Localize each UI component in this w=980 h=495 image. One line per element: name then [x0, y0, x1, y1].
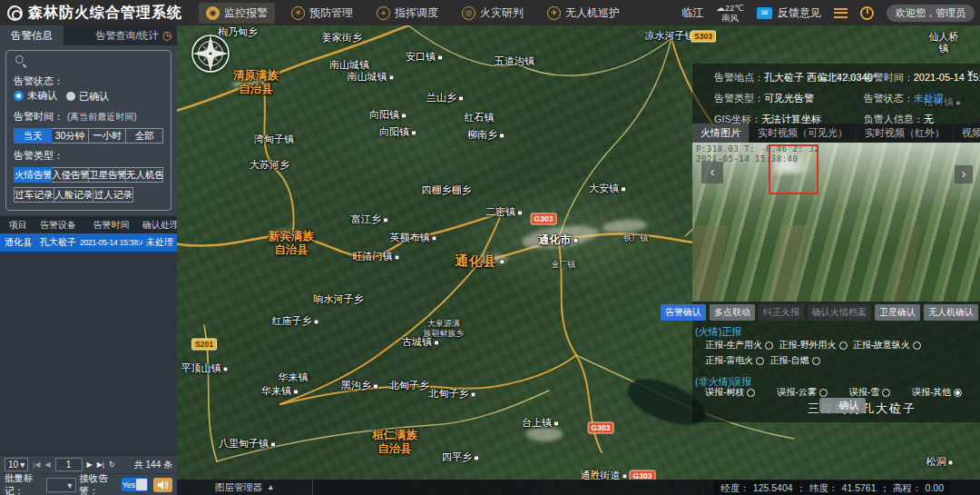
- table-row[interactable]: 通化县孔大砬子2021-05-14 15:38:43未处理: [0, 233, 177, 252]
- positive-option-4[interactable]: 正报-自燃: [769, 354, 819, 367]
- action-button-3[interactable]: 确认火情档案: [808, 304, 871, 321]
- first-page-button[interactable]: |◀: [33, 460, 40, 469]
- lat-label: 纬度：: [809, 480, 838, 495]
- temperature: 22℃: [725, 3, 744, 13]
- alarm-location-value: 孔大砬子 西偏北42.0340°: [764, 72, 877, 83]
- detail-tab-3[interactable]: 视频录像: [954, 124, 980, 143]
- topbar-nav-1[interactable]: ✳预防管理: [284, 3, 360, 24]
- power-icon[interactable]: [860, 6, 874, 20]
- positive-group-title: (火情)正报: [695, 325, 741, 339]
- lat-value: 41.5761: [842, 480, 877, 495]
- page-number-input[interactable]: 1: [55, 458, 83, 471]
- receive-toggle[interactable]: Yes: [122, 478, 148, 491]
- option-label: 误报-其他: [912, 386, 951, 399]
- action-button-0[interactable]: 告警确认: [661, 304, 706, 321]
- action-button-1[interactable]: 多点联动: [710, 304, 755, 321]
- tab-alarm-query[interactable]: 告警查询/统计 ◷: [90, 25, 177, 45]
- option-label: 误报-树枝: [705, 386, 744, 399]
- detail-tab-0[interactable]: 火情图片: [692, 124, 749, 143]
- positive-option-1[interactable]: 正报-野外用火: [779, 339, 847, 351]
- action-button-4[interactable]: 卫星确认: [875, 304, 920, 321]
- type-filter-3[interactable]: 无人机告警: [126, 167, 163, 183]
- column-header-3: 确认处理: [142, 219, 177, 232]
- negative-option-1[interactable]: 误报-云雾: [777, 386, 827, 399]
- alt-label: 高程：: [893, 480, 922, 495]
- status-radio-1[interactable]: 已确认: [66, 90, 109, 104]
- triangle-up-icon: ▲: [267, 483, 274, 491]
- compass-icon: [190, 33, 231, 74]
- lon-value: 125.5404: [753, 480, 793, 495]
- cloud-icon: ☁: [716, 3, 725, 13]
- road-badge: G303: [588, 422, 614, 434]
- record-filter-0[interactable]: 过车记录: [14, 187, 54, 203]
- tab-alarm-info[interactable]: 告警信息: [0, 25, 64, 45]
- confirm-button[interactable]: ✓ 确认: [819, 398, 866, 413]
- alarm-time-label: 告警时间：: [864, 72, 914, 83]
- type-filter-2[interactable]: 卫星告警: [89, 167, 126, 183]
- radio-icon: [882, 389, 890, 397]
- detail-tab-1[interactable]: 实时视频（可见光）: [750, 124, 856, 143]
- action-button-5[interactable]: 无人机确认: [924, 304, 978, 321]
- table-cell: 通化县: [0, 236, 36, 249]
- nav-item-label: 监控报警: [224, 5, 268, 21]
- topbar-nav-2[interactable]: ⌖指挥调度: [369, 3, 446, 24]
- time-filter-3[interactable]: 全部: [126, 128, 163, 144]
- speaker-button[interactable]: [153, 478, 172, 492]
- nav-item-label: 指挥调度: [395, 5, 438, 21]
- radio-icon: [839, 342, 848, 350]
- nav-item-label: 火灾研判: [480, 5, 524, 21]
- prev-page-button[interactable]: ◀: [44, 460, 50, 469]
- total-count: 共 144 条: [134, 459, 172, 471]
- positive-options: 正报-生产用火正报-野外用火正报-故意纵火正报-雷电火正报-自燃: [705, 339, 978, 367]
- positive-option-0[interactable]: 正报-生产用火: [705, 339, 773, 351]
- page-size-select[interactable]: 10 ▾: [5, 458, 28, 471]
- app-root: 森林防火综合管理系统 ◉监控报警✳预防管理⌖指挥调度◎火灾研判✈无人机巡护 临江…: [0, 0, 980, 495]
- type-filter-1[interactable]: 入侵告警: [52, 167, 89, 183]
- feedback-button[interactable]: ✉ 反馈意见: [757, 5, 821, 21]
- urban-area-xinbin: [268, 230, 304, 239]
- topbar-nav-0[interactable]: ◉监控报警: [199, 3, 275, 24]
- record-filter-2[interactable]: 过人记录: [93, 187, 133, 203]
- clock-icon: ◷: [162, 30, 172, 41]
- top-bar: 森林防火综合管理系统 ◉监控报警✳预防管理⌖指挥调度◎火灾研判✈无人机巡护 临江…: [0, 0, 980, 25]
- separator: ；: [880, 480, 890, 495]
- table-cell: 未处理: [142, 236, 177, 249]
- nav-item-icon: ✈: [547, 6, 561, 20]
- refresh-icon[interactable]: ↻: [109, 460, 115, 469]
- lon-label: 经度：: [720, 480, 750, 495]
- detail-tab-2[interactable]: 实时视频（红外）: [857, 124, 953, 143]
- negative-option-0[interactable]: 误报-树枝: [705, 386, 755, 399]
- last-page-button[interactable]: ▶|: [97, 460, 104, 469]
- photo-prev-button[interactable]: ‹: [701, 162, 723, 183]
- layer-manager-button[interactable]: 图层管理器 ▲: [177, 480, 313, 495]
- record-filter-1[interactable]: 人脸记录: [54, 187, 94, 203]
- next-page-button[interactable]: ▶: [87, 460, 93, 469]
- positive-option-2[interactable]: 正报-故意纵火: [853, 339, 921, 351]
- action-button-2[interactable]: 纠正火报: [759, 304, 804, 321]
- status-radio-label: 未确认: [27, 89, 57, 103]
- topbar-nav-3[interactable]: ◎火灾研判: [455, 3, 531, 24]
- time-filter-2[interactable]: 一小时: [89, 128, 126, 144]
- batch-select[interactable]: ▾: [46, 478, 75, 492]
- toggle-knob: [136, 479, 147, 490]
- status-radio-0[interactable]: 未确认: [14, 89, 57, 103]
- batch-label: 批量标记：: [5, 472, 43, 495]
- menu-icon[interactable]: [834, 8, 848, 18]
- positive-option-3[interactable]: 正报-雷电火: [705, 354, 764, 367]
- type-filter-0[interactable]: 火情告警: [14, 167, 52, 183]
- photo-next-button[interactable]: ›: [955, 165, 973, 183]
- status-options: 未确认已确认: [14, 88, 118, 104]
- wind-label: 南风: [721, 13, 739, 23]
- option-label: 正报-生产用火: [705, 339, 762, 351]
- time-filter-1[interactable]: 30分钟: [52, 128, 89, 144]
- alarm-table-body: 通化县孔大砬子2021-05-14 15:38:43未处理: [0, 233, 177, 252]
- negative-option-2[interactable]: 误报-雪: [849, 386, 890, 399]
- close-icon[interactable]: ×: [966, 67, 974, 79]
- topbar-nav-4[interactable]: ✈无人机巡护: [540, 3, 627, 24]
- fire-photo: P:318.03 T: -0.46 Z: 322021-05-14 15:38:…: [692, 143, 980, 302]
- status-filter-label: 告警状态：: [14, 74, 64, 88]
- topbar-right: 临江 ☁22℃ 南风 ✉ 反馈意见 欢迎您，管理员: [681, 3, 975, 24]
- time-filter-0[interactable]: 当天: [14, 128, 52, 144]
- nav-item-icon: ◉: [206, 6, 220, 20]
- negative-option-3[interactable]: 误报-其他: [912, 386, 962, 399]
